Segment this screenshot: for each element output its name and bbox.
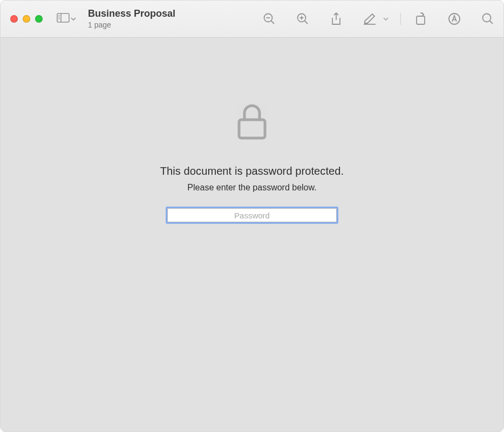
highlight-menu-chevron[interactable] [383,14,389,24]
svg-rect-19 [239,120,265,138]
close-window-button[interactable] [10,15,18,23]
svg-point-17 [483,14,491,22]
zoom-in-icon [296,12,309,25]
markup-button[interactable] [446,11,462,27]
window-controls [10,15,43,23]
share-button[interactable] [328,11,344,27]
svg-rect-0 [57,13,69,22]
document-subtitle: 1 page [88,20,261,30]
zoom-out-icon [263,12,276,25]
sidebar-icon [57,13,70,25]
content-area: This document is password protected. Ple… [1,38,503,431]
fullscreen-window-button[interactable] [35,15,43,23]
toolbar-separator [400,13,401,25]
protected-subheading: Please enter the password below. [187,183,316,193]
markup-icon [448,12,461,25]
share-icon [330,12,342,26]
rotate-icon [414,12,427,26]
chevron-down-icon [71,14,76,24]
svg-line-6 [271,21,275,24]
svg-rect-14 [417,16,425,24]
zoom-out-button[interactable] [261,11,277,27]
rotate-button[interactable] [413,11,429,27]
highlight-button[interactable] [362,11,378,27]
svg-line-18 [490,21,493,24]
sidebar-toggle-button[interactable] [57,13,76,25]
search-icon [481,12,494,25]
document-title-block[interactable]: Business Proposal 1 page [88,8,261,29]
toolbar [261,11,496,27]
minimize-window-button[interactable] [23,15,30,23]
password-input[interactable] [167,208,337,222]
highlight-icon [363,13,377,25]
zoom-in-button[interactable] [295,11,311,27]
titlebar: Business Proposal 1 page [1,1,503,38]
document-title: Business Proposal [88,8,261,20]
search-button[interactable] [480,11,496,27]
password-field-focus-ring [166,207,338,224]
svg-line-9 [305,21,308,24]
protected-heading: This document is password protected. [160,165,344,177]
preview-window: Business Proposal 1 page [0,0,504,432]
lock-icon [237,104,267,142]
